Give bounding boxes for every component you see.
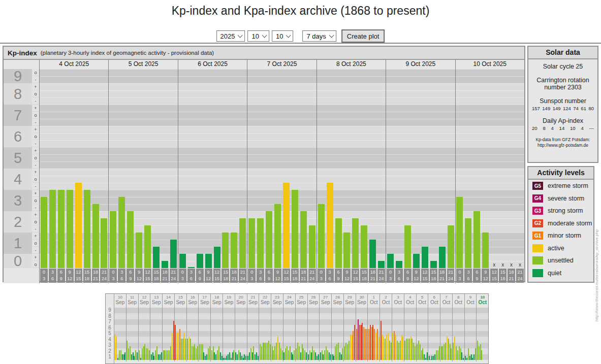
overview-kp-bar xyxy=(193,346,194,360)
overview-day-number: 26 xyxy=(308,294,320,300)
solar-data-panel: Solar data Solar cycle 25 Carrington rot… xyxy=(527,46,598,163)
overview-day-number: 18 xyxy=(211,294,223,300)
interval-label: 1518 xyxy=(83,269,91,283)
overview-kp-bar xyxy=(444,344,445,360)
interval-label: 912 xyxy=(274,269,281,283)
range-select[interactable]: 7 days xyxy=(302,30,336,42)
axis-spacer xyxy=(32,60,39,69)
overview-kp-bar xyxy=(429,356,430,360)
legend-item: G4severe storm xyxy=(528,192,593,205)
overview-kp-bar xyxy=(252,352,253,360)
kp-bars-region xyxy=(386,69,455,268)
overview-kp-bar xyxy=(421,350,422,360)
overview-day-number: 12 xyxy=(139,294,150,300)
overview-day-column: 28Sep xyxy=(331,294,343,361)
overview-kp-bar xyxy=(418,341,419,360)
overview-y-label: 6 xyxy=(106,325,114,330)
interval-label: 03 xyxy=(109,269,117,283)
overview-kp-bar xyxy=(283,352,284,360)
create-plot-button[interactable]: Create plot xyxy=(341,29,385,43)
overview-kp-bar xyxy=(263,343,264,360)
overview-kp-bar xyxy=(344,346,345,360)
interval-label: 69 xyxy=(265,269,273,283)
sunspot-number-values: 157149149124746180 xyxy=(530,105,595,111)
overview-kp-bar xyxy=(388,333,389,360)
interval-label: 912 xyxy=(482,269,489,283)
overview-day-number: 9 xyxy=(465,294,477,300)
no-data-marker: x xyxy=(491,262,497,268)
overview-kp-bar xyxy=(247,356,248,360)
y-axis-sub-label: - xyxy=(32,97,39,105)
kp-bar xyxy=(67,190,73,268)
overview-day-number: 29 xyxy=(344,294,356,300)
interval-label: 69 xyxy=(57,269,65,283)
overview-kp-bar xyxy=(386,335,387,360)
overview-kp-bar xyxy=(471,354,472,360)
overview-kp-bar xyxy=(341,354,342,360)
overview-day-number: 20 xyxy=(235,294,247,300)
interval-label-row: 0336699121215151818212124 xyxy=(317,268,386,283)
overview-kp-bar xyxy=(352,335,353,360)
overview-kp-bar xyxy=(447,337,448,360)
kp-bar xyxy=(482,233,489,268)
overview-kp-bar xyxy=(143,346,144,360)
overview-kp-bar xyxy=(241,356,242,360)
kp-bar xyxy=(335,218,342,268)
overview-kp-bar xyxy=(453,343,454,360)
overview-kp-bar xyxy=(206,354,207,360)
overview-day-number: 5 xyxy=(417,294,428,300)
overview-kp-bar xyxy=(323,354,324,360)
overview-kp-bar xyxy=(131,354,132,360)
interval-label: 912 xyxy=(135,269,143,283)
overview-day-number: 22 xyxy=(259,294,271,300)
overview-kp-bar xyxy=(297,343,298,360)
overview-kp-bar xyxy=(406,339,407,360)
y-axis-label: 0 xyxy=(4,254,32,268)
overview-day-month: Sep xyxy=(150,300,162,305)
legend-item: active xyxy=(528,242,593,255)
overview-day-column: 26Sep xyxy=(307,294,320,361)
overview-kp-bar xyxy=(430,359,431,360)
overview-kp-bar xyxy=(158,354,159,360)
interval-label: 1518 xyxy=(499,269,507,283)
sunspot-value: 80 xyxy=(588,106,594,111)
overview-day-month: Sep xyxy=(163,300,174,305)
overview-day-column: 21Sep xyxy=(247,294,259,361)
overview-kp-bar xyxy=(253,346,254,360)
interval-label: 1821 xyxy=(161,269,169,283)
kp-bar xyxy=(257,218,264,268)
overview-kp-bar xyxy=(320,352,321,360)
y-axis-label: 2 xyxy=(4,211,32,233)
overview-kp-bar xyxy=(311,352,312,360)
legend-swatch: G5 xyxy=(532,182,543,190)
overview-kp-bar xyxy=(287,346,288,360)
interval-label: 03 xyxy=(456,269,464,283)
overview-day-number: 2 xyxy=(380,294,392,300)
overview-kp-bar xyxy=(117,358,118,360)
overview-kp-bar xyxy=(365,329,366,360)
carrington-rotation: Carrington rotation number 2303 xyxy=(530,77,595,91)
overview-kp-bar xyxy=(203,352,204,360)
overview-kp-bar xyxy=(381,321,382,360)
overview-day-column: 25Sep xyxy=(295,294,307,361)
solar-data-body: Solar cycle 25 Carrington rotation numbe… xyxy=(528,59,597,148)
overview-kp-bar xyxy=(268,341,269,360)
year-select[interactable]: 2025 xyxy=(216,30,245,42)
y-axis-sub-label: - xyxy=(32,183,39,190)
overview-day-month: Sep xyxy=(247,300,259,305)
month-select[interactable]: 10 xyxy=(248,30,269,42)
overview-day-number: 23 xyxy=(271,294,283,300)
kp-index-title: Kp-index xyxy=(8,49,37,57)
no-data-marker: x xyxy=(517,262,523,268)
interval-label: 1821 xyxy=(508,269,515,283)
kp-bars-region: xxxx xyxy=(456,69,524,268)
overview-kp-bar xyxy=(308,354,309,360)
overview-kp-bar xyxy=(176,333,177,360)
y-axis-sub-label: o xyxy=(32,154,39,161)
overview-kp-bar xyxy=(238,350,239,360)
day-select[interactable]: 10 xyxy=(272,30,293,42)
overview-kp-bar xyxy=(309,350,310,360)
overview-kp-bar xyxy=(211,350,212,360)
overview-kp-bar xyxy=(349,341,350,360)
overview-day-month: Oct xyxy=(477,300,488,305)
